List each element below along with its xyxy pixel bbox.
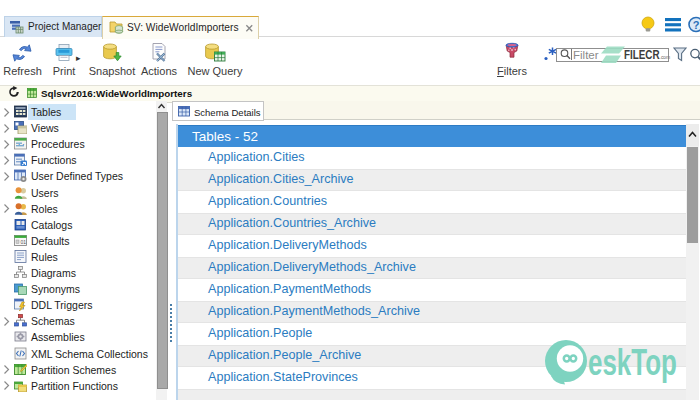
svg-text:01: 01 [21,238,27,244]
svg-text:?: ? [693,19,700,31]
